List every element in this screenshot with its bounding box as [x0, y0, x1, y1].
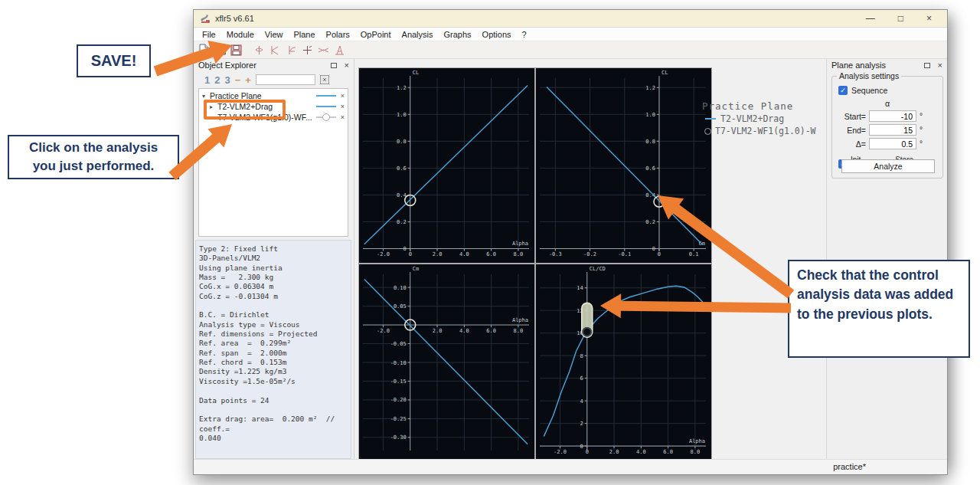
window-title: xflr5 v6.61	[215, 14, 254, 23]
foil-design-icon[interactable]	[332, 44, 346, 57]
plane-front-icon[interactable]	[316, 44, 330, 57]
polar-view-icon[interactable]	[268, 44, 282, 57]
svg-text:-0.10: -0.10	[390, 360, 407, 366]
collapse-caret-icon[interactable]: ▾	[202, 93, 210, 100]
plot-cl-vs-alpha[interactable]: -2.002.04.06.08.000.20.40.60.81.01.2CLAl…	[359, 68, 534, 263]
legend-circle-swatch	[704, 128, 711, 135]
svg-text:6.0: 6.0	[486, 251, 496, 257]
svg-text:6.0: 6.0	[663, 449, 673, 455]
main-area: Object Explorer × 1 2 3 − + × ▾	[194, 59, 947, 459]
menu-item-help[interactable]: ?	[517, 30, 532, 39]
legend-plane-name: Practice Plane	[702, 100, 834, 112]
expand-level-3-button[interactable]: 3	[224, 74, 230, 86]
annotation-check-plots: Check that the control analysis data was…	[788, 260, 970, 358]
svg-text:1.0: 1.0	[397, 112, 407, 118]
plane-analysis-title: Plane analysis	[831, 61, 886, 70]
svg-text:1.2: 1.2	[645, 85, 655, 91]
svg-text:Alpha: Alpha	[512, 317, 528, 323]
svg-text:8: 8	[580, 353, 583, 359]
svg-text:0.6: 0.6	[397, 165, 407, 172]
svg-text:1.2: 1.2	[397, 85, 407, 91]
svg-text:Alpha: Alpha	[512, 241, 528, 247]
svg-text:-0.3: -0.3	[549, 251, 562, 257]
menu-item-module[interactable]: Module	[221, 30, 260, 39]
dock-close-icon[interactable]: ×	[345, 61, 349, 70]
menu-item-polars[interactable]: Polars	[321, 30, 355, 39]
curve-style-swatch[interactable]	[316, 95, 336, 97]
sequence-checkbox[interactable]: ✓ Sequence	[838, 86, 942, 95]
menu-item-graphs[interactable]: Graphs	[439, 30, 477, 39]
start-label: Start=	[832, 112, 866, 121]
clear-search-icon[interactable]: ×	[320, 75, 329, 84]
minimize-button[interactable]: —	[866, 13, 875, 24]
save-icon[interactable]	[229, 44, 243, 57]
end-input[interactable]	[869, 124, 916, 136]
dock-float-icon[interactable]	[331, 63, 337, 68]
checkbox-checked-icon[interactable]: ✓	[838, 86, 848, 95]
menu-item-view[interactable]: View	[260, 30, 289, 39]
svg-text:8.0: 8.0	[514, 328, 524, 334]
plane-analysis-dock: Plane analysis × Analysis settings ✓ Seq…	[826, 59, 947, 459]
delete-item-icon[interactable]: ×	[341, 103, 345, 110]
3d-view-icon[interactable]	[300, 44, 314, 57]
svg-text:CL: CL	[662, 70, 668, 76]
close-button[interactable]: ×	[926, 13, 932, 24]
new-project-icon[interactable]	[197, 44, 211, 57]
svg-text:2.0: 2.0	[433, 328, 443, 334]
expand-level-2-button[interactable]: 2	[214, 74, 220, 86]
svg-text:0: 0	[586, 449, 589, 455]
plot-clcd-vs-alpha[interactable]: -2.002.04.06.08.002468101214CL/CDAlpha	[536, 264, 711, 462]
menu-item-oppoint[interactable]: OpPoint	[355, 30, 397, 39]
polar-graphs: -2.002.04.06.08.000.20.40.60.81.01.2CLAl…	[358, 67, 712, 463]
svg-text:2.0: 2.0	[609, 449, 619, 455]
project-name: practice*	[833, 462, 866, 471]
maximize-button[interactable]: □	[898, 13, 903, 24]
svg-text:4: 4	[580, 398, 583, 405]
svg-text:-2.0: -2.0	[377, 328, 390, 334]
menu-item-options[interactable]: Options	[477, 30, 517, 39]
point-style-swatch[interactable]	[316, 113, 336, 121]
svg-text:-0.30: -0.30	[390, 434, 407, 441]
delta-input[interactable]	[869, 138, 916, 149]
svg-text:6.0: 6.0	[486, 328, 496, 334]
analysis-settings-label: Analysis settings	[837, 71, 901, 80]
svg-text:0: 0	[403, 246, 407, 252]
analyze-button[interactable]: Analyze	[841, 159, 935, 173]
plot-cl-vs-cm[interactable]: -0.3-0.2-0.100.100.20.40.60.81.01.2CLCm	[536, 68, 711, 263]
menu-item-file[interactable]: File	[197, 30, 221, 39]
svg-text:4.0: 4.0	[636, 449, 646, 455]
app-icon	[200, 13, 211, 24]
curve-style-swatch[interactable]	[316, 106, 336, 107]
menu-item-plane[interactable]: Plane	[288, 30, 320, 39]
svg-text:-2.0: -2.0	[554, 449, 567, 455]
menu-item-analysis[interactable]: Analysis	[397, 30, 439, 39]
svg-text:2.0: 2.0	[433, 251, 443, 257]
dock-close-icon[interactable]: ×	[938, 61, 942, 70]
title-bar[interactable]: xflr5 v6.61 — □ ×	[194, 10, 947, 28]
svg-text:CL/CD: CL/CD	[590, 266, 606, 272]
toolbar	[194, 41, 947, 59]
svg-text:-0.1: -0.1	[618, 251, 631, 257]
expand-level-1-button[interactable]: 1	[204, 74, 210, 86]
start-input[interactable]	[869, 110, 916, 122]
explorer-search-input[interactable]	[256, 74, 315, 85]
svg-text:-0.25: -0.25	[390, 416, 407, 422]
collapse-button[interactable]: −	[235, 74, 241, 86]
graph-legend: Practice Plane T2-VLM2+Drag T7-VLM2-WF1(…	[702, 100, 834, 136]
analysis-info-text: Type 2: Fixed lift 3D-Panels/VLM2 Using …	[199, 244, 348, 443]
delete-item-icon[interactable]: ×	[341, 113, 345, 121]
end-label: End=	[832, 126, 866, 135]
svg-text:0: 0	[652, 246, 655, 252]
svg-text:0.2: 0.2	[645, 219, 655, 225]
dock-float-icon[interactable]	[924, 63, 930, 68]
svg-text:8.0: 8.0	[514, 251, 524, 257]
expand-button[interactable]: +	[245, 74, 251, 86]
plot-cm-vs-alpha[interactable]: -2.02.04.06.08.00.100.05-0.05-0.10-0.15-…	[359, 264, 534, 462]
delete-item-icon[interactable]: ×	[341, 92, 345, 100]
open-project-icon[interactable]	[213, 44, 227, 57]
legend-item: T7-VLM2-WF1(g1.0)-W	[702, 126, 834, 136]
svg-text:CL: CL	[413, 70, 419, 76]
svg-text:-0.20: -0.20	[390, 397, 407, 403]
wing-view-icon[interactable]	[252, 44, 266, 57]
opp-view-icon[interactable]	[284, 44, 298, 57]
